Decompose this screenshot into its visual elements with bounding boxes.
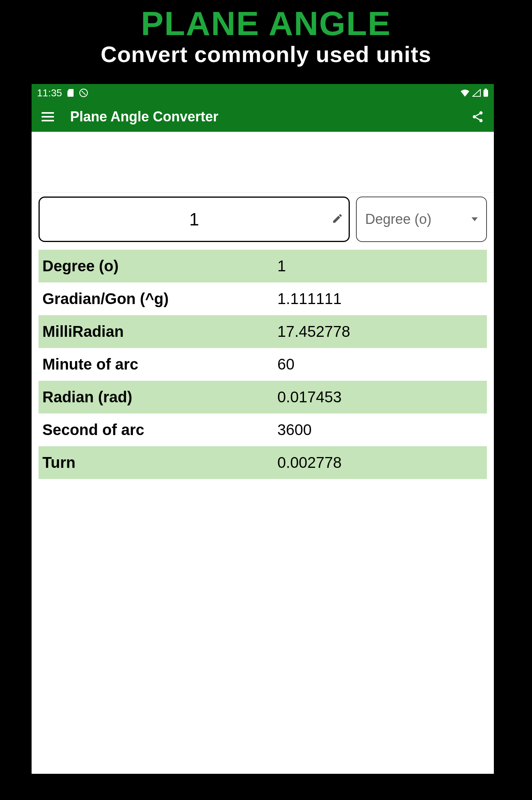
table-row: MilliRadian 17.452778 — [39, 315, 487, 348]
result-value: 1.111111 — [277, 290, 487, 308]
svg-point-4 — [473, 115, 476, 119]
value-input-container[interactable] — [39, 197, 350, 242]
battery-icon — [483, 89, 488, 97]
svg-rect-2 — [485, 89, 487, 90]
unit-select[interactable]: Degree (o) — [356, 197, 487, 242]
promo-subtitle: Convert commonly used units — [0, 41, 532, 67]
status-time: 11:35 — [37, 87, 62, 99]
results-table: Degree (o) 1 Gradian/Gon (^g) 1.111111 M… — [39, 250, 487, 479]
result-value: 60 — [277, 356, 487, 373]
result-label: Degree (o) — [39, 257, 277, 275]
table-row: Turn 0.002778 — [39, 446, 487, 479]
result-label: Radian (rad) — [39, 388, 277, 406]
value-input[interactable] — [40, 209, 349, 230]
phone-frame: 11:35 Plane Angle Converter — [32, 84, 494, 774]
wifi-icon — [460, 89, 470, 97]
result-value: 0.002778 — [277, 454, 487, 471]
result-value: 1 — [277, 257, 487, 275]
sd-card-icon — [67, 88, 74, 97]
pencil-icon — [332, 213, 343, 226]
ad-placeholder — [32, 132, 494, 193]
signal-icon — [472, 89, 481, 97]
svg-point-3 — [479, 111, 483, 115]
status-bar: 11:35 — [32, 84, 494, 102]
table-row: Radian (rad) 0.017453 — [39, 381, 487, 413]
promo-title: PLANE ANGLE — [0, 0, 532, 43]
result-value: 3600 — [277, 421, 487, 439]
result-label: Turn — [39, 454, 277, 471]
chevron-down-icon — [472, 217, 478, 221]
app-bar: Plane Angle Converter — [32, 102, 494, 132]
result-value: 17.452778 — [277, 323, 487, 340]
svg-point-5 — [479, 119, 483, 123]
result-label: Minute of arc — [39, 356, 277, 373]
result-label: Second of arc — [39, 421, 277, 439]
table-row: Second of arc 3600 — [39, 413, 487, 446]
unit-select-label: Degree (o) — [365, 211, 468, 227]
table-row: Minute of arc 60 — [39, 348, 487, 381]
table-row: Degree (o) 1 — [39, 250, 487, 282]
result-label: Gradian/Gon (^g) — [39, 290, 277, 308]
svg-rect-1 — [483, 90, 488, 97]
no-sync-icon — [79, 88, 88, 97]
input-row: Degree (o) — [32, 193, 494, 247]
menu-icon[interactable] — [40, 109, 55, 124]
table-row: Gradian/Gon (^g) 1.111111 — [39, 282, 487, 315]
app-title: Plane Angle Converter — [70, 109, 455, 125]
share-icon[interactable] — [470, 109, 485, 124]
result-value: 0.017453 — [277, 388, 487, 406]
result-label: MilliRadian — [39, 323, 277, 340]
